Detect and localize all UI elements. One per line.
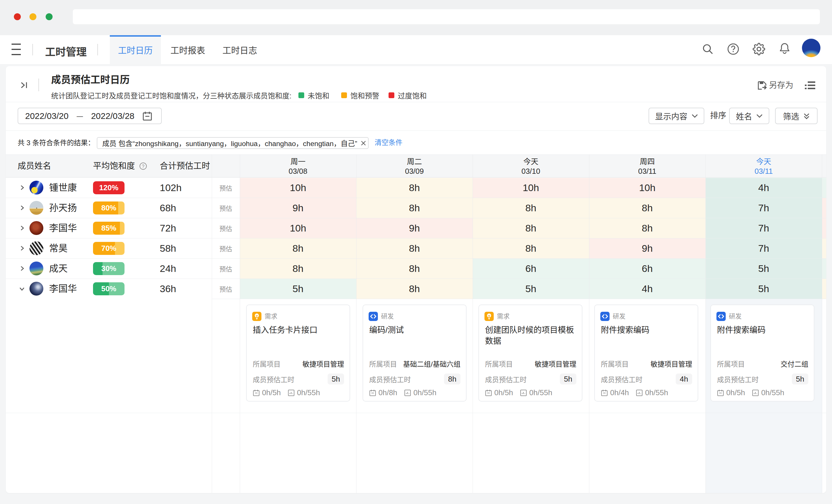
svg-text:?: ? (142, 164, 145, 169)
